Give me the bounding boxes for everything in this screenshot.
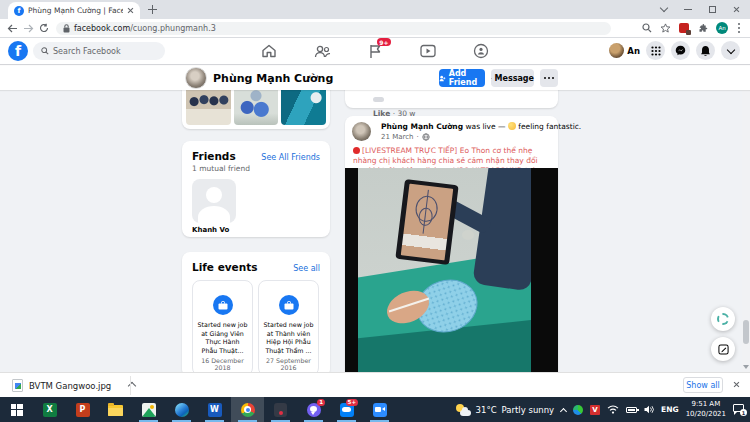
post-card: Phùng Mạnh Cường was live — feeling fant… (345, 116, 558, 372)
viber-badge: 1 (317, 399, 325, 406)
facebook-logo-icon[interactable]: f (8, 41, 28, 61)
close-shelf-icon[interactable] (733, 381, 740, 388)
separator-dot: · (416, 133, 418, 141)
new-tab-button[interactable] (148, 5, 157, 14)
download-shelf: BVTM Gangwoo.jpg Show all (0, 372, 750, 397)
apps-menu-button[interactable] (646, 41, 665, 60)
extensions-puzzle-icon[interactable] (697, 23, 708, 34)
friend-name[interactable]: Khanh Vo (192, 226, 320, 234)
briefcase-icon (279, 295, 299, 315)
browser-tab[interactable]: f Phùng Mạnh Cường | Facebook (8, 2, 140, 19)
powerpoint-icon: P (76, 403, 90, 417)
show-all-downloads-button[interactable]: Show all (683, 377, 723, 393)
tab-close-icon[interactable] (127, 7, 134, 14)
downloaded-file-chip[interactable]: BVTM Gangwoo.jpg (12, 377, 135, 394)
volume-icon[interactable] (644, 405, 654, 414)
friends-title: Friends (192, 150, 236, 162)
start-button[interactable] (0, 397, 33, 422)
profile-avatar[interactable] (185, 67, 207, 89)
window-close-icon[interactable] (733, 6, 740, 13)
taskbar-your-phone[interactable] (264, 397, 297, 422)
image-file-icon (12, 379, 23, 392)
post-author-avatar[interactable] (352, 122, 371, 141)
word-icon: W (208, 403, 222, 417)
friend-tile[interactable] (192, 179, 236, 223)
network-icon[interactable] (607, 405, 619, 414)
browser-menu-icon[interactable] (738, 27, 740, 29)
taskbar-zalo[interactable]: 5+ (330, 397, 363, 422)
photo-thumbnail[interactable] (234, 86, 279, 125)
facebook-top-nav: f Search Facebook 9+ (0, 38, 750, 64)
extension-badge-icon[interactable] (679, 23, 689, 33)
livestream-red-dot-icon (353, 147, 360, 154)
notifications-button[interactable] (696, 41, 715, 60)
taskbar-viber[interactable]: 1 (297, 397, 330, 422)
taskbar-photos[interactable] (132, 397, 165, 422)
weather-widget[interactable]: 31°C Partly sunny (456, 404, 555, 416)
post-video[interactable] (345, 168, 558, 372)
tray-expand-icon[interactable] (560, 407, 567, 414)
taskbar-right: 31°C Partly sunny V ENG 9:51 AM 10/20/20… (456, 397, 750, 422)
battery-icon[interactable] (626, 407, 637, 413)
taskbar-excel[interactable]: X (33, 397, 66, 422)
create-room-button[interactable] (711, 307, 735, 331)
message-button[interactable]: Message (491, 69, 534, 87)
life-event-tile[interactable]: Started new job at Giảng Viên Thực Hành … (192, 280, 253, 372)
photo-thumbnail[interactable] (281, 86, 326, 125)
photo-thumbnail[interactable] (186, 86, 231, 125)
scrollbar-thumb[interactable] (743, 320, 749, 344)
profile-more-button[interactable] (540, 69, 558, 87)
back-button[interactable] (4, 24, 20, 33)
tray-app-icon[interactable] (573, 405, 583, 415)
video-frame (358, 168, 531, 372)
address-bar[interactable]: facebook.com/cuong.phungmanh.3 (56, 22, 611, 35)
minimize-icon[interactable] (684, 9, 692, 10)
watch-tab[interactable] (418, 41, 438, 61)
user-avatar (609, 43, 624, 58)
window-controls (661, 2, 740, 16)
see-all-friends-link[interactable]: See All Friends (261, 153, 320, 162)
taskbar-zoom[interactable] (363, 397, 396, 422)
antivirus-icon[interactable]: V (590, 405, 600, 415)
account-menu-button[interactable] (721, 41, 740, 60)
taskbar-powerpoint[interactable]: P (66, 397, 99, 422)
maximize-icon[interactable] (709, 6, 716, 13)
messenger-button[interactable] (671, 41, 690, 60)
room-ring-icon (717, 313, 729, 325)
browser-profile-avatar[interactable]: An (716, 22, 728, 34)
profile-shortcut[interactable]: An (609, 43, 640, 58)
friends-icon (314, 44, 331, 59)
life-events-title: Life events (192, 261, 257, 273)
taskbar-chrome[interactable] (231, 397, 264, 422)
search-tabs-icon[interactable] (642, 23, 652, 33)
post-author-name[interactable]: Phùng Mạnh Cường (381, 122, 463, 131)
profile-name: Phùng Mạnh Cường (213, 72, 333, 85)
taskbar-clock[interactable]: 9:51 AM 10/20/2021 (686, 400, 726, 419)
life-event-tile[interactable]: Started new job at Thành viên Hiệp Hội P… (258, 280, 319, 372)
action-center-button[interactable]: 1 (733, 404, 745, 415)
reload-button[interactable] (36, 23, 52, 33)
see-all-events-link[interactable]: See all (293, 264, 320, 273)
facebook-search-input[interactable]: Search Facebook (33, 42, 165, 60)
taskbar-apps: X P W 1 5+ (0, 397, 396, 422)
groups-tab[interactable] (471, 41, 491, 61)
scrollbar-down-arrow[interactable] (743, 365, 749, 369)
life-event-text: Started new job at Thành viên Hiệp Hội P… (263, 321, 314, 355)
pages-tab[interactable]: 9+ (365, 41, 385, 61)
add-friend-button[interactable]: Add Friend (439, 69, 485, 87)
bookmark-star-icon[interactable] (660, 23, 671, 34)
window-menu-icon[interactable] (660, 3, 668, 11)
forward-button[interactable] (20, 24, 36, 33)
taskbar-word[interactable]: W (198, 397, 231, 422)
watch-icon (420, 44, 436, 58)
friends-tab[interactable] (312, 41, 332, 61)
input-language[interactable]: ENG (661, 405, 679, 414)
home-tab[interactable] (259, 41, 279, 61)
taskbar-file-explorer[interactable] (99, 397, 132, 422)
taskbar-edge[interactable] (165, 397, 198, 422)
post-date[interactable]: 21 March (381, 133, 413, 141)
compose-button[interactable] (711, 337, 735, 361)
facebook-nav-right: An (609, 41, 740, 60)
browser-tab-strip: f Phùng Mạnh Cường | Facebook (0, 0, 750, 19)
url-text: facebook.com/cuong.phungmanh.3 (74, 24, 216, 33)
